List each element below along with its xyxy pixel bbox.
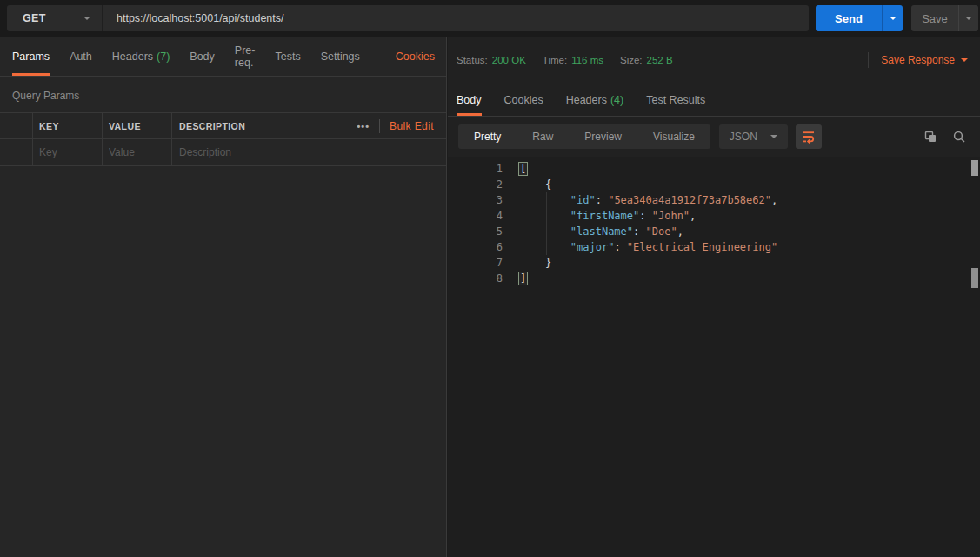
method-label: GET bbox=[23, 12, 46, 24]
indent-guide bbox=[546, 192, 547, 255]
request-bar: GET Send Save bbox=[0, 0, 980, 37]
chevron-down-icon bbox=[965, 17, 972, 20]
tab-response-body[interactable]: Body bbox=[457, 84, 482, 116]
line-content: "lastName": "Doe", bbox=[503, 224, 683, 239]
response-body-viewer: 1[2 {3 "id": "5ea340a4a1912f73a7b58e62",… bbox=[448, 157, 980, 557]
checkbox-column bbox=[0, 113, 33, 138]
code-line: 5 "lastName": "Doe", bbox=[448, 224, 980, 239]
request-panel: Params Auth Headers (7) Body Pre-req. Te… bbox=[0, 37, 447, 557]
description-column-header: DESCRIPTION bbox=[172, 113, 357, 138]
code-line: 3 "id": "5ea340a4a1912f73a7b58e62", bbox=[448, 192, 980, 208]
request-tabs: Params Auth Headers (7) Body Pre-req. Te… bbox=[0, 37, 446, 77]
divider bbox=[868, 52, 869, 68]
line-number: 2 bbox=[448, 177, 503, 192]
size-value: 252 B bbox=[647, 55, 673, 65]
response-panel: Status: 200 OK Time: 116 ms Size: 252 B … bbox=[448, 37, 980, 557]
code-line: 7 } bbox=[448, 255, 980, 271]
save-options-button[interactable] bbox=[958, 5, 978, 31]
query-params-header-row: KEY VALUE DESCRIPTION ••• Bulk Edit bbox=[0, 113, 446, 139]
status-label: Status: bbox=[457, 55, 488, 65]
divider bbox=[379, 119, 380, 133]
chevron-down-icon bbox=[770, 135, 777, 138]
tab-params[interactable]: Params bbox=[12, 37, 50, 76]
tab-auth[interactable]: Auth bbox=[70, 37, 92, 76]
more-options-icon[interactable]: ••• bbox=[357, 121, 370, 131]
code-line: 2 { bbox=[448, 177, 980, 192]
line-content: [ bbox=[503, 161, 528, 177]
param-description-input[interactable] bbox=[179, 146, 433, 158]
line-number: 4 bbox=[448, 208, 503, 224]
code-line: 8] bbox=[448, 271, 980, 286]
chevron-down-icon bbox=[961, 58, 968, 62]
line-number: 7 bbox=[448, 255, 503, 271]
line-content: "id": "5ea340a4a1912f73a7b58e62", bbox=[503, 192, 777, 208]
view-pretty[interactable]: Pretty bbox=[458, 124, 517, 149]
size-group: Size: 252 B bbox=[620, 55, 673, 65]
param-key-input[interactable] bbox=[39, 146, 98, 158]
tab-settings[interactable]: Settings bbox=[321, 37, 360, 76]
time-label: Time: bbox=[543, 55, 567, 65]
tab-headers[interactable]: Headers (7) bbox=[112, 37, 170, 76]
line-number: 5 bbox=[448, 224, 503, 239]
copy-icon bbox=[923, 130, 937, 144]
line-content: ] bbox=[503, 271, 528, 286]
wrap-text-button[interactable] bbox=[796, 124, 822, 149]
query-params-input-row bbox=[0, 139, 446, 166]
search-button[interactable] bbox=[949, 126, 970, 147]
response-tabs: Body Cookies Headers (4) Test Results bbox=[448, 84, 980, 117]
row-checkbox-cell bbox=[0, 139, 33, 165]
line-number: 6 bbox=[448, 239, 503, 255]
response-toolbar: Pretty Raw Preview Visualize JSON bbox=[448, 117, 980, 157]
status-group: Status: 200 OK bbox=[457, 55, 526, 65]
code-line: 1[ bbox=[448, 161, 980, 177]
headers-count-badge: (7) bbox=[157, 50, 170, 63]
tab-test-results[interactable]: Test Results bbox=[646, 84, 705, 116]
view-preview[interactable]: Preview bbox=[569, 124, 637, 149]
view-switcher: Pretty Raw Preview Visualize bbox=[458, 124, 710, 149]
send-options-button[interactable] bbox=[882, 5, 903, 31]
line-content: } bbox=[503, 255, 551, 271]
query-params-table: KEY VALUE DESCRIPTION ••• Bulk Edit bbox=[0, 112, 446, 166]
word-wrap-icon bbox=[802, 130, 816, 144]
query-params-title: Query Params bbox=[0, 77, 446, 112]
response-headers-count-badge: (4) bbox=[610, 94, 623, 106]
line-content: "major": "Electrical Engineering" bbox=[503, 239, 777, 255]
tab-tests[interactable]: Tests bbox=[275, 37, 300, 76]
format-dropdown[interactable]: JSON bbox=[719, 124, 788, 149]
view-raw[interactable]: Raw bbox=[517, 124, 569, 149]
method-select[interactable]: GET bbox=[7, 5, 103, 31]
line-content: { bbox=[503, 177, 551, 192]
time-group: Time: 116 ms bbox=[543, 55, 603, 65]
value-column-header: VALUE bbox=[103, 113, 172, 138]
chevron-down-icon bbox=[890, 17, 897, 20]
url-input[interactable] bbox=[103, 5, 809, 31]
response-meta-bar: Status: 200 OK Time: 116 ms Size: 252 B … bbox=[448, 37, 980, 84]
cookies-link[interactable]: Cookies bbox=[396, 37, 435, 76]
time-value: 116 ms bbox=[571, 55, 603, 65]
size-label: Size: bbox=[620, 55, 643, 65]
tab-response-headers[interactable]: Headers (4) bbox=[566, 84, 624, 116]
tab-body[interactable]: Body bbox=[190, 37, 215, 76]
status-value: 200 OK bbox=[492, 55, 526, 65]
save-button[interactable]: Save bbox=[911, 5, 958, 31]
scrollbar-thumb[interactable] bbox=[971, 160, 978, 176]
scrollbar-marker[interactable] bbox=[971, 268, 978, 288]
tab-pre-request[interactable]: Pre-req. bbox=[235, 37, 256, 76]
copy-button[interactable] bbox=[920, 126, 941, 147]
search-icon bbox=[952, 130, 966, 144]
url-container: GET bbox=[7, 5, 809, 31]
save-response-button[interactable]: Save Response bbox=[881, 54, 973, 66]
params-actions: ••• Bulk Edit bbox=[357, 119, 446, 133]
bulk-edit-button[interactable]: Bulk Edit bbox=[390, 120, 434, 132]
scrollbar-track bbox=[970, 157, 980, 557]
line-number: 8 bbox=[448, 271, 503, 286]
view-visualize[interactable]: Visualize bbox=[637, 124, 710, 149]
tab-response-cookies[interactable]: Cookies bbox=[504, 84, 543, 116]
param-value-input[interactable] bbox=[109, 146, 168, 158]
send-button[interactable]: Send bbox=[816, 5, 882, 31]
chevron-down-icon bbox=[83, 17, 90, 20]
code-line: 6 "major": "Electrical Engineering" bbox=[448, 239, 980, 255]
code-lines: 1[2 {3 "id": "5ea340a4a1912f73a7b58e62",… bbox=[448, 161, 980, 286]
code-line: 4 "firstName": "John", bbox=[448, 208, 980, 224]
line-number: 1 bbox=[448, 161, 503, 177]
